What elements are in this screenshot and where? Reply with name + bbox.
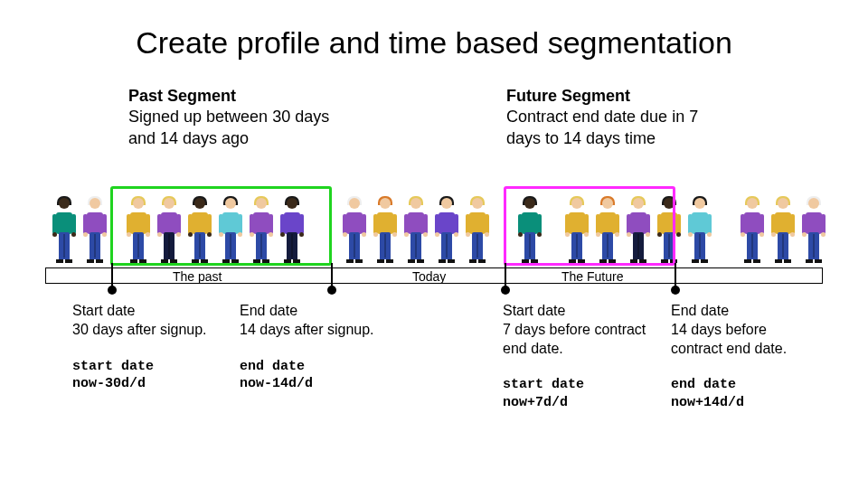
annotation-text: Start date 30 days after signup. (72, 302, 217, 340)
page-title: Create profile and time based segmentati… (0, 0, 868, 61)
marker-past-start (111, 263, 113, 290)
person-icon (435, 198, 458, 263)
annotation-past-end: End date 14 days after signup. end date … (240, 302, 384, 393)
past-segment-box (110, 186, 332, 266)
future-segment-heading: Future Segment (506, 86, 714, 107)
future-segment-caption: Future Segment Contract end date due in … (506, 86, 714, 149)
past-segment-caption: Past Segment Signed up between 30 days a… (128, 86, 336, 149)
annotation-text: End date 14 days before contract end dat… (671, 302, 816, 358)
annotation-future-end: End date 14 days before contract end dat… (671, 302, 816, 411)
person-icon (466, 198, 489, 263)
person-icon (771, 198, 795, 263)
person-icon (83, 198, 107, 263)
past-segment-desc: Signed up between 30 days and 14 days ag… (128, 107, 336, 149)
annotation-code: start date now+7d/d (503, 376, 647, 411)
annotation-text: Start date 7 days before contract end da… (503, 302, 647, 358)
annotation-future-start: Start date 7 days before contract end da… (503, 302, 647, 411)
person-icon (802, 198, 826, 263)
person-icon (404, 198, 428, 263)
person-icon (688, 198, 712, 263)
timeline-label-past: The past (173, 268, 222, 285)
marker-future-end (675, 263, 676, 290)
annotation-code: end date now-14d/d (240, 358, 384, 393)
timeline-label-future: The Future (561, 268, 623, 285)
future-segment-box (504, 186, 675, 266)
annotation-text: End date 14 days after signup. (240, 302, 384, 340)
marker-future-start (505, 263, 506, 290)
marker-past-end (331, 263, 333, 290)
annotation-past-start: Start date 30 days after signup. start d… (72, 302, 217, 393)
person-icon (52, 198, 76, 263)
timeline-label-today: Today (412, 268, 446, 285)
person-icon (741, 198, 764, 263)
person-icon (373, 198, 397, 263)
person-icon (343, 198, 366, 263)
past-segment-heading: Past Segment (128, 86, 336, 107)
annotation-code: start date now-30d/d (72, 358, 217, 393)
annotation-code: end date now+14d/d (671, 376, 816, 411)
future-segment-desc: Contract end date due in 7 days to 14 da… (506, 107, 714, 149)
timeline: The past Today The Future (45, 267, 823, 284)
